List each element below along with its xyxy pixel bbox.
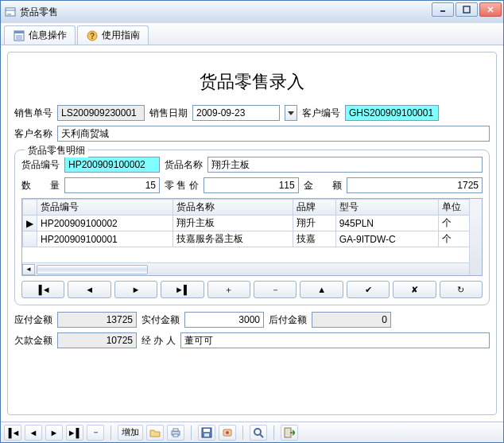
prod-no-field[interactable] [64, 157, 160, 173]
x-icon: ✘ [411, 285, 418, 295]
nav-delete-button[interactable]: － [254, 281, 297, 298]
cust-no-field[interactable] [345, 105, 439, 121]
tb-add-button[interactable]: 增加 [118, 425, 143, 441]
order-no-field [57, 105, 145, 121]
prod-name-field[interactable] [207, 157, 483, 173]
tb-open-button[interactable] [146, 425, 164, 441]
tab-info-operate[interactable]: 信息操作 [4, 25, 76, 45]
nav-next-button[interactable]: ► [114, 281, 157, 298]
toolbar-separator [191, 426, 192, 440]
tab-label: 信息操作 [29, 29, 67, 42]
exit-icon [284, 427, 295, 438]
cust-name-label: 客户名称 [14, 127, 52, 141]
help-icon: ? [86, 29, 99, 42]
check-icon: ✔ [365, 285, 372, 295]
folder-open-icon [149, 428, 161, 437]
tb-last-button[interactable]: ►▌ [66, 425, 83, 441]
price-label: 零 售 价 [165, 179, 199, 192]
bottom-toolbar: ▐◄ ◄ ► ►▌ － 增加 [1, 422, 503, 442]
tb-next-button[interactable]: ► [45, 425, 63, 441]
col-prod-name[interactable]: 货品名称 [173, 200, 293, 216]
tb-first-button[interactable]: ▐◄ [4, 425, 21, 441]
detail-legend: 货品零售明细 [25, 144, 88, 157]
nav-refresh-button[interactable]: ↻ [440, 281, 483, 298]
print-icon [170, 428, 181, 437]
scroll-thumb[interactable] [37, 265, 148, 274]
amount-field[interactable] [347, 177, 483, 193]
toolbar-separator [242, 426, 243, 440]
tab-help-guide[interactable]: ? 使用指南 [77, 25, 149, 45]
svg-rect-16 [173, 429, 178, 431]
svg-point-22 [226, 431, 229, 434]
title-bar: 货品零售 [1, 1, 503, 23]
tab-bar: 信息操作 ? 使用指南 [1, 23, 503, 45]
tb-stamp-button[interactable] [219, 425, 236, 441]
last-icon: ►▌ [175, 285, 190, 294]
prev-icon: ◄ [85, 285, 94, 294]
plus-icon: ＋ [224, 284, 233, 296]
handler-label: 经 办 人 [142, 334, 176, 348]
record-navigator: ▐◄ ◄ ► ►▌ ＋ － ▲ ✔ ✘ ↻ [21, 281, 483, 298]
stamp-icon [222, 427, 233, 438]
maximize-button[interactable] [456, 2, 478, 17]
close-button[interactable] [479, 2, 502, 17]
tb-print-button[interactable] [167, 425, 184, 441]
paid-label: 实付金额 [142, 313, 180, 327]
qty-label: 数 量 [21, 179, 60, 192]
detail-table[interactable]: 货品编号 货品名称 品牌 型号 单位 ▶ HP200909100002 [21, 198, 483, 276]
detail-fieldset: 货品零售明细 货品编号 货品名称 数 量 零 售 价 金 额 [14, 150, 490, 305]
svg-rect-20 [204, 433, 209, 437]
date-dropdown-icon[interactable] [285, 105, 297, 121]
minimize-button[interactable] [432, 2, 454, 17]
handler-field[interactable] [180, 332, 490, 348]
scroll-left-icon[interactable]: ◄ [22, 264, 35, 275]
minus-icon: － [271, 284, 280, 296]
date-label: 销售日期 [149, 107, 188, 120]
nav-prev-button[interactable]: ◄ [68, 281, 110, 298]
prod-name-label: 货品名称 [165, 158, 203, 172]
tb-delete-button[interactable]: － [87, 425, 104, 441]
svg-text:?: ? [90, 32, 95, 41]
horizontal-scrollbar[interactable]: ◄ [22, 262, 469, 275]
svg-rect-25 [285, 428, 291, 437]
tb-save-button[interactable] [198, 425, 215, 441]
svg-marker-14 [288, 111, 294, 115]
refresh-icon: ↻ [457, 285, 464, 295]
next-icon: ► [132, 285, 141, 294]
page-title: 货品零售录入 [14, 57, 490, 105]
cust-name-field[interactable] [57, 126, 490, 142]
nav-last-button[interactable]: ►▌ [161, 281, 204, 298]
vertical-scrollbar[interactable] [469, 199, 482, 275]
order-no-label: 销售单号 [14, 107, 52, 120]
prod-no-label: 货品编号 [21, 158, 60, 172]
price-field[interactable] [204, 177, 299, 193]
svg-rect-8 [14, 31, 24, 33]
nav-cancel-button[interactable]: ✘ [393, 281, 436, 298]
tb-prev-button[interactable]: ◄ [25, 425, 42, 441]
nav-post-button[interactable]: ✔ [347, 281, 390, 298]
current-row-indicator-icon: ▶ [23, 216, 37, 231]
add-label: 增加 [122, 426, 139, 438]
floppy-icon [201, 427, 212, 438]
svg-line-24 [260, 434, 263, 437]
svg-rect-4 [463, 6, 470, 13]
table-row[interactable]: ▶ HP200909100002 翔升主板 翔升 945PLN 个 [23, 216, 482, 231]
col-brand[interactable]: 品牌 [293, 200, 335, 216]
col-model[interactable]: 型号 [335, 200, 439, 216]
table-row[interactable]: HP200909100001 技嘉服务器主板 技嘉 GA-9ITDW-C 个 [23, 231, 482, 247]
later-label: 后付金额 [269, 313, 307, 327]
cust-no-label: 客户编号 [302, 107, 340, 120]
tb-exit-button[interactable] [281, 425, 298, 441]
date-field[interactable] [192, 105, 280, 121]
window-title: 货品零售 [20, 6, 58, 19]
tb-search-button[interactable] [250, 425, 267, 441]
col-prod-no[interactable]: 货品编号 [37, 200, 173, 216]
paid-field[interactable] [184, 312, 264, 328]
qty-field[interactable] [64, 177, 160, 193]
nav-add-button[interactable]: ＋ [207, 281, 250, 298]
row-header-col [23, 200, 37, 216]
svg-rect-19 [204, 429, 210, 432]
first-icon: ▐◄ [6, 428, 21, 437]
nav-edit-button[interactable]: ▲ [300, 281, 343, 298]
nav-first-button[interactable]: ▐◄ [21, 281, 64, 298]
